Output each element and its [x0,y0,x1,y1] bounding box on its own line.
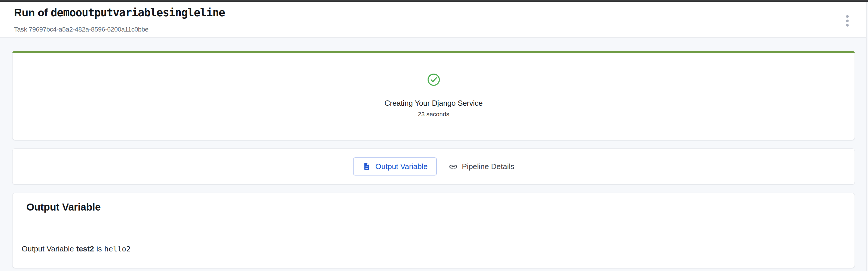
page-title: Run ofdemooutputvariablesingleline [14,6,225,19]
tab-pipeline-details[interactable]: Pipeline Details [448,162,514,171]
statement-connector: is [96,244,102,253]
output-variable-card: Output Variable Output Variabletest2ishe… [12,193,855,268]
tab-label: Output Variable [375,162,428,171]
page-title-prefix: Run of [14,7,48,19]
scrollbar-track[interactable] [866,2,868,271]
variable-name: test2 [76,244,94,253]
status-card: Creating Your Django Service 23 seconds [12,51,855,140]
status-duration: 23 seconds [418,111,449,118]
window-top-strip [0,0,868,2]
link-icon [448,162,458,171]
tab-bar-card: Output Variable Pipeline Details [12,148,855,184]
tab-bar: Output Variable Pipeline Details [353,158,515,175]
kebab-menu-icon [846,15,849,18]
statement-prefix: Output Variable [22,244,74,253]
check-circle-icon [427,73,440,87]
page-header: Run ofdemooutputvariablesingleline Task … [0,2,868,38]
document-icon [362,162,371,171]
variable-value: hello2 [104,245,130,253]
run-name: demooutputvariablesingleline [51,6,225,19]
more-options-button[interactable] [840,14,854,28]
output-section-heading: Output Variable [26,201,101,213]
tab-label: Pipeline Details [462,162,514,171]
status-title: Creating Your Django Service [384,99,483,108]
status-accent-bar [12,51,855,53]
tab-output-variable[interactable]: Output Variable [353,158,437,175]
task-id-subtitle: Task 79697bc4-a5a2-482a-8596-6200a11c0bb… [14,26,149,33]
output-statement: Output Variabletest2ishello2 [22,244,131,253]
